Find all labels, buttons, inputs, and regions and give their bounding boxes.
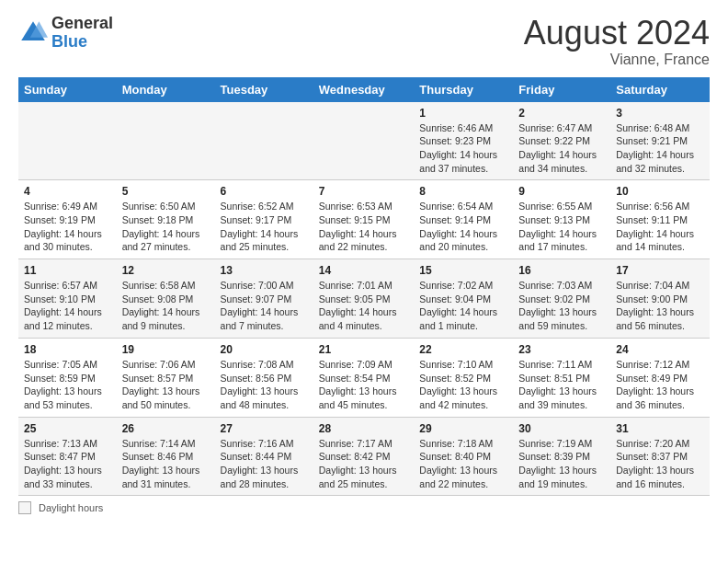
- day-info: Sunrise: 7:12 AMSunset: 8:49 PMDaylight:…: [616, 358, 704, 412]
- day-info: Sunrise: 6:58 AMSunset: 9:08 PMDaylight:…: [122, 279, 210, 333]
- day-number: 8: [419, 185, 507, 198]
- day-info: Sunrise: 6:50 AMSunset: 9:18 PMDaylight:…: [122, 200, 210, 254]
- table-row: 24Sunrise: 7:12 AMSunset: 8:49 PMDayligh…: [610, 338, 710, 417]
- table-row: 1Sunrise: 6:46 AMSunset: 9:23 PMDaylight…: [414, 102, 513, 180]
- table-row: 25Sunrise: 7:13 AMSunset: 8:47 PMDayligh…: [18, 417, 117, 496]
- day-info: Sunrise: 7:04 AMSunset: 9:00 PMDaylight:…: [616, 279, 704, 333]
- daylight-swatch: [18, 501, 31, 514]
- day-number: 19: [122, 343, 210, 356]
- table-row: 19Sunrise: 7:06 AMSunset: 8:57 PMDayligh…: [117, 338, 215, 417]
- table-row: 7Sunrise: 6:53 AMSunset: 9:15 PMDaylight…: [313, 180, 415, 259]
- day-info: Sunrise: 7:09 AMSunset: 8:54 PMDaylight:…: [319, 358, 409, 412]
- table-row: 18Sunrise: 7:05 AMSunset: 8:59 PMDayligh…: [18, 338, 117, 417]
- day-number: 12: [122, 264, 210, 277]
- logo-general-text: General: [51, 15, 113, 33]
- day-number: 31: [616, 422, 704, 435]
- table-row: 16Sunrise: 7:03 AMSunset: 9:02 PMDayligh…: [513, 259, 610, 339]
- day-info: Sunrise: 7:10 AMSunset: 8:52 PMDaylight:…: [419, 358, 507, 412]
- day-number: 6: [221, 185, 308, 198]
- day-number: 27: [221, 422, 308, 435]
- table-row: 2Sunrise: 6:47 AMSunset: 9:22 PMDaylight…: [513, 102, 610, 180]
- day-number: 4: [24, 185, 111, 198]
- day-number: 20: [221, 343, 308, 356]
- table-row: 8Sunrise: 6:54 AMSunset: 9:14 PMDaylight…: [414, 180, 513, 259]
- table-row: 26Sunrise: 7:14 AMSunset: 8:46 PMDayligh…: [117, 417, 215, 496]
- day-number: 25: [24, 422, 111, 435]
- table-row: 22Sunrise: 7:10 AMSunset: 8:52 PMDayligh…: [414, 338, 513, 417]
- page: General Blue August 2024 Vianne, France …: [0, 0, 728, 523]
- day-info: Sunrise: 7:19 AMSunset: 8:39 PMDaylight:…: [518, 437, 605, 491]
- day-info: Sunrise: 7:02 AMSunset: 9:04 PMDaylight:…: [419, 279, 507, 333]
- day-info: Sunrise: 7:03 AMSunset: 9:02 PMDaylight:…: [518, 279, 605, 333]
- table-row: 6Sunrise: 6:52 AMSunset: 9:17 PMDaylight…: [215, 180, 313, 259]
- day-info: Sunrise: 6:56 AMSunset: 9:11 PMDaylight:…: [616, 200, 704, 254]
- day-info: Sunrise: 7:13 AMSunset: 8:47 PMDaylight:…: [24, 437, 111, 491]
- table-row: 20Sunrise: 7:08 AMSunset: 8:56 PMDayligh…: [215, 338, 313, 417]
- table-row: 11Sunrise: 6:57 AMSunset: 9:10 PMDayligh…: [18, 259, 117, 339]
- day-info: Sunrise: 7:14 AMSunset: 8:46 PMDaylight:…: [122, 437, 210, 491]
- table-row: 3Sunrise: 6:48 AMSunset: 9:21 PMDaylight…: [610, 102, 710, 180]
- day-number: 23: [518, 343, 605, 356]
- day-info: Sunrise: 6:54 AMSunset: 9:14 PMDaylight:…: [419, 200, 507, 254]
- day-info: Sunrise: 7:20 AMSunset: 8:37 PMDaylight:…: [616, 437, 704, 491]
- table-row: [215, 102, 313, 180]
- col-saturday: Saturday: [610, 77, 710, 102]
- table-row: 9Sunrise: 6:55 AMSunset: 9:13 PMDaylight…: [513, 180, 610, 259]
- col-friday: Friday: [513, 77, 610, 102]
- day-info: Sunrise: 7:11 AMSunset: 8:51 PMDaylight:…: [518, 358, 605, 412]
- table-row: 23Sunrise: 7:11 AMSunset: 8:51 PMDayligh…: [513, 338, 610, 417]
- day-number: 11: [24, 264, 111, 277]
- day-info: Sunrise: 6:48 AMSunset: 9:21 PMDaylight:…: [616, 121, 704, 176]
- col-wednesday: Wednesday: [313, 77, 415, 102]
- day-info: Sunrise: 7:00 AMSunset: 9:07 PMDaylight:…: [221, 279, 308, 333]
- day-number: 16: [518, 264, 605, 277]
- table-row: 27Sunrise: 7:16 AMSunset: 8:44 PMDayligh…: [215, 417, 313, 496]
- day-info: Sunrise: 7:01 AMSunset: 9:05 PMDaylight:…: [319, 279, 409, 333]
- day-number: 14: [319, 264, 409, 277]
- day-number: 15: [419, 264, 507, 277]
- col-monday: Monday: [117, 77, 215, 102]
- table-row: 17Sunrise: 7:04 AMSunset: 9:00 PMDayligh…: [610, 259, 710, 339]
- table-row: 12Sunrise: 6:58 AMSunset: 9:08 PMDayligh…: [117, 259, 215, 339]
- table-row: 28Sunrise: 7:17 AMSunset: 8:42 PMDayligh…: [313, 417, 415, 496]
- logo-icon: [18, 18, 48, 48]
- table-row: 4Sunrise: 6:49 AMSunset: 9:19 PMDaylight…: [18, 180, 117, 259]
- day-number: 26: [122, 422, 210, 435]
- day-number: 17: [616, 264, 704, 277]
- day-info: Sunrise: 6:57 AMSunset: 9:10 PMDaylight:…: [24, 279, 111, 333]
- month-year-title: August 2024: [524, 15, 710, 52]
- table-row: [313, 102, 415, 180]
- title-block: August 2024 Vianne, France: [524, 15, 710, 68]
- day-number: 9: [518, 185, 605, 198]
- calendar-header-row: Sunday Monday Tuesday Wednesday Thursday…: [18, 77, 710, 102]
- table-row: 10Sunrise: 6:56 AMSunset: 9:11 PMDayligh…: [610, 180, 710, 259]
- daylight-label: Daylight hours: [39, 502, 103, 513]
- logo-text: General Blue: [51, 15, 113, 52]
- day-number: 18: [24, 343, 111, 356]
- day-number: 2: [518, 107, 605, 120]
- table-row: 29Sunrise: 7:18 AMSunset: 8:40 PMDayligh…: [414, 417, 513, 496]
- day-number: 7: [319, 185, 409, 198]
- table-row: 5Sunrise: 6:50 AMSunset: 9:18 PMDaylight…: [117, 180, 215, 259]
- day-info: Sunrise: 6:55 AMSunset: 9:13 PMDaylight:…: [518, 200, 605, 254]
- col-tuesday: Tuesday: [215, 77, 313, 102]
- location-subtitle: Vianne, France: [524, 52, 710, 68]
- day-info: Sunrise: 6:52 AMSunset: 9:17 PMDaylight:…: [221, 200, 308, 254]
- table-row: [18, 102, 117, 180]
- day-info: Sunrise: 7:05 AMSunset: 8:59 PMDaylight:…: [24, 358, 111, 412]
- calendar-week-row: 18Sunrise: 7:05 AMSunset: 8:59 PMDayligh…: [18, 338, 710, 417]
- day-number: 3: [616, 107, 704, 120]
- header: General Blue August 2024 Vianne, France: [18, 15, 710, 68]
- day-info: Sunrise: 6:49 AMSunset: 9:19 PMDaylight:…: [24, 200, 111, 254]
- day-number: 5: [122, 185, 210, 198]
- col-sunday: Sunday: [18, 77, 117, 102]
- calendar-week-row: 25Sunrise: 7:13 AMSunset: 8:47 PMDayligh…: [18, 417, 710, 496]
- day-info: Sunrise: 6:46 AMSunset: 9:23 PMDaylight:…: [419, 121, 507, 176]
- day-info: Sunrise: 6:47 AMSunset: 9:22 PMDaylight:…: [518, 121, 605, 176]
- day-number: 29: [419, 422, 507, 435]
- day-info: Sunrise: 7:16 AMSunset: 8:44 PMDaylight:…: [221, 437, 308, 491]
- day-info: Sunrise: 7:06 AMSunset: 8:57 PMDaylight:…: [122, 358, 210, 412]
- footer-note: Daylight hours: [18, 501, 710, 514]
- day-info: Sunrise: 7:17 AMSunset: 8:42 PMDaylight:…: [319, 437, 409, 491]
- logo-blue-text: Blue: [51, 33, 113, 52]
